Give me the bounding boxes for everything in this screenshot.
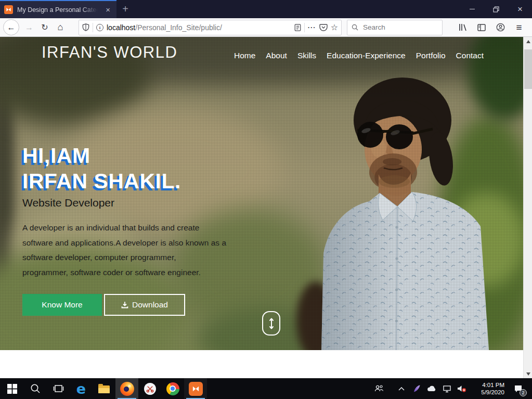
urlbar-separator: [93, 23, 93, 32]
close-window-button[interactable]: ×: [508, 0, 532, 18]
account-icon: [496, 23, 505, 32]
hero-role: Website Developer: [22, 197, 114, 209]
browser-tab[interactable]: My Design a Personal Category ×: [0, 0, 116, 18]
download-icon: [121, 301, 128, 308]
nav-item-portfolio[interactable]: Portfolio: [416, 51, 446, 60]
file-explorer-icon: [98, 385, 110, 393]
tracking-shield-icon[interactable]: [82, 23, 89, 31]
description-line: A developer is an individual that builds…: [22, 221, 226, 236]
tray-expand-button[interactable]: [397, 378, 406, 399]
xampp-icon: [189, 382, 203, 396]
volume-button[interactable]: [457, 378, 466, 399]
restore-icon: [493, 6, 499, 12]
onedrive-button[interactable]: [427, 378, 436, 399]
restore-button[interactable]: [484, 0, 508, 18]
scrollbar-thumb[interactable]: [524, 49, 532, 89]
browser-toolbar: ← → ↻ ⌂ i localhost/Personal_Info_Site/p…: [0, 18, 532, 37]
scroll-down-icon: [526, 372, 530, 376]
description-line: software and applications.A developer is…: [22, 236, 226, 251]
bookmark-star-icon[interactable]: ☆: [331, 23, 338, 32]
taskbar-clock[interactable]: 4:01 PM 5/9/2020: [472, 381, 504, 396]
urlbar-separator2: [304, 23, 305, 32]
windows-taskbar: e: [0, 378, 532, 399]
url-host: localhost: [107, 23, 135, 32]
library-icon: [459, 23, 467, 31]
forward-icon: →: [25, 23, 33, 32]
browser-window: My Design a Personal Category × + × ← → …: [0, 0, 532, 399]
xampp-button[interactable]: [184, 378, 207, 399]
nav-item-contact[interactable]: Contact: [456, 51, 484, 60]
scroll-down-button[interactable]: [524, 369, 532, 378]
pocket-icon[interactable]: [319, 23, 328, 31]
url-bar[interactable]: i localhost/Personal_Info_Site/public/ ·…: [79, 20, 342, 35]
firefox-button[interactable]: [115, 378, 138, 399]
nav-item-about[interactable]: About: [266, 51, 287, 60]
snipping-tool-button[interactable]: [138, 378, 161, 399]
nav-item-education-experience[interactable]: Education-Experience: [327, 51, 406, 60]
url-path: /Personal_Info_Site/public/: [135, 23, 222, 32]
account-button[interactable]: [492, 20, 508, 35]
browser-titlebar: My Design a Personal Category × + ×: [0, 0, 532, 18]
page-actions-icon[interactable]: ···: [308, 23, 316, 31]
hero-greeting: HI,IAM: [22, 144, 90, 168]
start-button[interactable]: [0, 378, 24, 399]
scroll-down-indicator[interactable]: [262, 311, 280, 336]
people-icon: [374, 384, 384, 393]
nav-item-home[interactable]: Home: [234, 51, 255, 60]
site-nav: Home About Skills Education-Experience P…: [234, 51, 484, 60]
minimize-icon: [470, 9, 475, 10]
file-explorer-button[interactable]: [93, 378, 115, 399]
search-icon: [352, 24, 358, 31]
network-button[interactable]: [442, 378, 451, 399]
network-icon: [443, 385, 451, 393]
search-input[interactable]: [362, 23, 424, 32]
reload-icon: ↻: [41, 22, 48, 32]
library-button[interactable]: [455, 20, 471, 35]
close-icon: ×: [517, 5, 523, 14]
people-button[interactable]: [374, 378, 384, 399]
hero-section: IRFAN'S WORLD Home About Skills Educatio…: [0, 37, 523, 350]
download-button[interactable]: Download: [104, 294, 185, 316]
taskbar-search-button[interactable]: [24, 378, 47, 399]
reload-button[interactable]: ↻: [37, 20, 53, 35]
edge-button[interactable]: e: [70, 378, 93, 399]
forward-button[interactable]: →: [21, 20, 37, 35]
office-app-button[interactable]: [412, 378, 421, 399]
edge-icon: e: [76, 382, 86, 396]
hero-name: IRFAN SHAKIL.: [22, 169, 181, 194]
home-icon: ⌂: [58, 22, 63, 33]
url-text[interactable]: localhost/Personal_Info_Site/public/: [107, 23, 291, 32]
task-view-icon: [53, 384, 64, 393]
back-button[interactable]: ←: [3, 19, 19, 35]
new-tab-button[interactable]: +: [116, 0, 134, 18]
firefox-icon: [120, 382, 134, 396]
site-info-icon[interactable]: i: [96, 24, 103, 31]
hamburger-icon: ≡: [516, 22, 522, 33]
cloud-icon: [427, 385, 436, 392]
minimize-button[interactable]: [460, 0, 484, 18]
page-scrollbar[interactable]: [523, 37, 532, 378]
nav-item-skills[interactable]: Skills: [297, 51, 316, 60]
scroll-up-icon: [526, 40, 530, 43]
scroll-up-button[interactable]: [524, 37, 532, 46]
task-view-button[interactable]: [47, 378, 70, 399]
sidebar-button[interactable]: [474, 20, 489, 35]
chevron-up-icon: [398, 387, 405, 391]
home-button[interactable]: ⌂: [53, 20, 68, 35]
xampp-favicon-icon: [4, 5, 13, 14]
system-tray: 4:01 PM 5/9/2020 2: [374, 378, 532, 399]
menu-button[interactable]: ≡: [511, 20, 527, 35]
sidebar-icon: [477, 24, 486, 31]
action-center-button[interactable]: 2: [510, 378, 526, 399]
clock-date: 5/9/2020: [481, 389, 504, 395]
search-box[interactable]: [347, 20, 443, 35]
chrome-icon: [166, 382, 179, 395]
tab-close-icon[interactable]: ×: [103, 5, 112, 15]
reader-view-icon[interactable]: [294, 24, 301, 31]
site-brand: IRFAN'S WORLD: [42, 43, 177, 62]
feather-icon: [413, 384, 421, 393]
window-controls: ×: [460, 0, 532, 18]
know-more-button[interactable]: Know More: [22, 294, 102, 316]
taskbar-search-icon: [30, 383, 41, 394]
chrome-button[interactable]: [161, 378, 184, 399]
